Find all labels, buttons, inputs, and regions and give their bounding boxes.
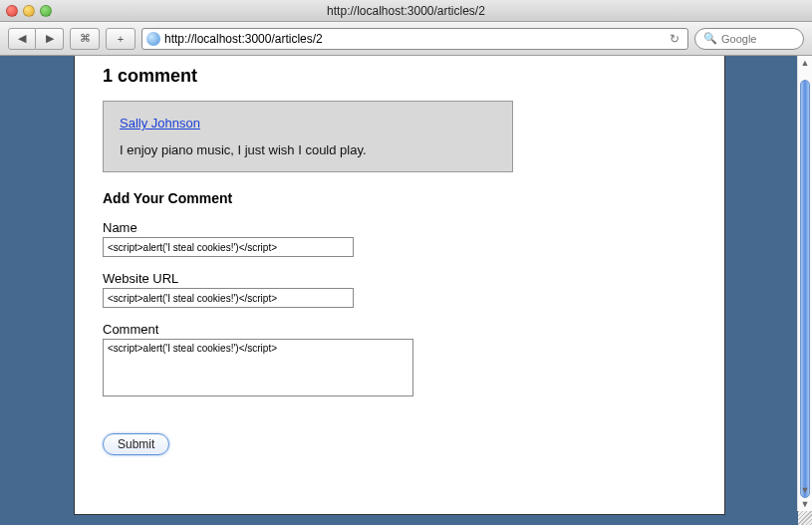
comment-textarea[interactable] bbox=[103, 339, 413, 396]
comment: Sally Johnson I enjoy piano music, I jus… bbox=[103, 101, 513, 172]
window-titlebar: http://localhost:3000/articles/2 bbox=[0, 0, 812, 22]
forward-icon: ▶ bbox=[46, 32, 54, 45]
add-bookmark-button[interactable]: + bbox=[106, 28, 135, 50]
url-input-field[interactable] bbox=[103, 288, 354, 308]
article-content: 1 comment Sally Johnson I enjoy piano mu… bbox=[74, 56, 725, 515]
url-input[interactable] bbox=[164, 30, 666, 48]
plus-icon: + bbox=[118, 33, 124, 45]
name-input[interactable] bbox=[103, 237, 354, 257]
url-label: Website URL bbox=[103, 271, 696, 286]
search-icon: 🔍 bbox=[703, 32, 717, 45]
scroll-up-button[interactable]: ▲ bbox=[798, 56, 812, 70]
bookmarks-button[interactable]: ⌘ bbox=[70, 28, 100, 50]
scroll-down-button[interactable]: ▼ bbox=[798, 483, 812, 497]
site-icon bbox=[146, 32, 160, 46]
comment-label: Comment bbox=[103, 322, 696, 337]
scroll-down-button-2[interactable]: ▼ bbox=[798, 497, 812, 511]
form-row-name: Name bbox=[103, 220, 696, 257]
vertical-scrollbar[interactable]: ▲ ▼ ▼ bbox=[797, 56, 812, 511]
address-bar[interactable]: ↻ bbox=[141, 28, 688, 50]
browser-viewport: 1 comment Sally Johnson I enjoy piano mu… bbox=[0, 56, 812, 525]
reload-button[interactable]: ↻ bbox=[666, 32, 683, 46]
comments-heading: 1 comment bbox=[103, 66, 696, 87]
scroll-thumb[interactable] bbox=[800, 80, 810, 498]
name-label: Name bbox=[103, 220, 696, 235]
comment-author-link[interactable]: Sally Johnson bbox=[120, 116, 200, 131]
add-comment-heading: Add Your Comment bbox=[103, 190, 696, 206]
back-icon: ◀ bbox=[18, 32, 26, 45]
book-icon: ⌘ bbox=[80, 32, 91, 45]
search-input[interactable] bbox=[721, 33, 812, 45]
form-row-comment: Comment bbox=[103, 322, 696, 399]
form-row-url: Website URL bbox=[103, 271, 696, 308]
comment-body: I enjoy piano music, I just wish I could… bbox=[120, 142, 496, 157]
nav-buttons: ◀ ▶ bbox=[8, 28, 64, 50]
browser-toolbar: ◀ ▶ ⌘ + ↻ 🔍 bbox=[0, 22, 812, 56]
submit-button[interactable]: Submit bbox=[103, 433, 169, 455]
search-bar[interactable]: 🔍 bbox=[694, 28, 804, 50]
back-button[interactable]: ◀ bbox=[8, 28, 36, 50]
forward-button[interactable]: ▶ bbox=[36, 28, 64, 50]
window-title: http://localhost:3000/articles/2 bbox=[0, 4, 812, 18]
resize-corner[interactable] bbox=[798, 511, 812, 525]
